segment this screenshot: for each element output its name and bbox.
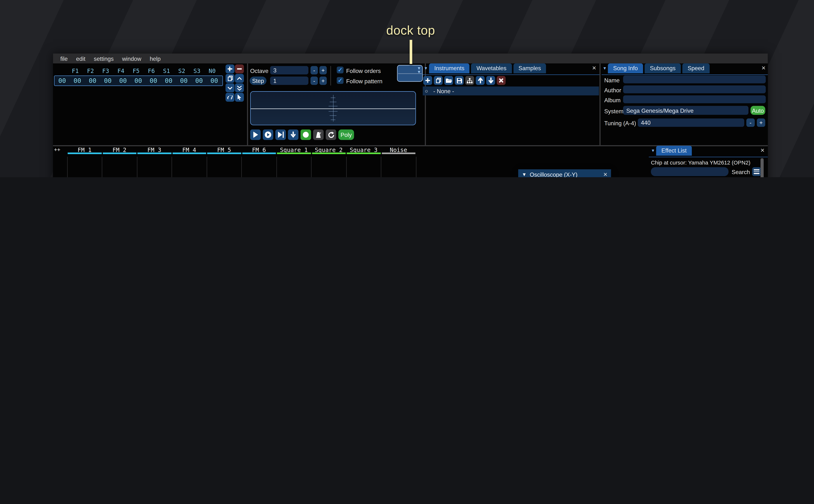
order-column-label[interactable]: F4: [113, 68, 129, 74]
close-icon[interactable]: ×: [762, 64, 766, 71]
record-button[interactable]: [300, 130, 311, 140]
order-column-label[interactable]: N0: [205, 68, 220, 74]
song-info-tab[interactable]: Subsongs: [645, 63, 681, 73]
order-column-label[interactable]: S1: [159, 68, 174, 74]
menu-item[interactable]: edit: [72, 55, 90, 62]
pattern-corner-button[interactable]: ++: [54, 147, 60, 153]
order-move-up-icon[interactable]: [235, 74, 244, 83]
channel-header[interactable]: FM 6: [241, 145, 276, 157]
name-input[interactable]: [623, 76, 766, 83]
channel-header[interactable]: Noise: [381, 145, 416, 157]
tuning-plus-button[interactable]: +: [757, 118, 765, 127]
instruments-tab[interactable]: Instruments: [429, 63, 470, 73]
system-input[interactable]: Sega Genesis/Mega Drive: [623, 106, 748, 115]
order-column-label[interactable]: F5: [128, 68, 144, 74]
follow-orders-checkbox[interactable]: ✓: [337, 67, 343, 73]
metronome-button[interactable]: [313, 130, 324, 140]
order-cell[interactable]: 00: [207, 77, 222, 84]
effect-list-scrollbar-thumb[interactable]: [761, 158, 764, 177]
poly-button[interactable]: Poly: [338, 130, 354, 140]
channel-header[interactable]: FM 1: [67, 145, 102, 157]
song-info-tab[interactable]: Song Info: [608, 63, 643, 73]
order-cell[interactable]: 00: [161, 77, 176, 84]
channel-header[interactable]: FM 2: [102, 145, 137, 157]
instrument-duplicate-icon[interactable]: [434, 76, 443, 85]
effect-list-tab[interactable]: Effect List: [656, 146, 692, 156]
instrument-down-icon[interactable]: [486, 76, 495, 85]
order-row-selected[interactable]: 0000000000000000000000: [54, 76, 223, 86]
order-cell[interactable]: 00: [176, 77, 191, 84]
menu-item[interactable]: settings: [90, 55, 118, 62]
instrument-up-icon[interactable]: [476, 76, 485, 85]
order-column-label[interactable]: F3: [98, 68, 113, 74]
octave-input[interactable]: 3: [270, 66, 308, 75]
step-minus-button[interactable]: -: [310, 76, 318, 85]
step-chip[interactable]: Step: [249, 76, 266, 85]
close-icon[interactable]: ×: [592, 64, 596, 71]
close-icon[interactable]: ×: [603, 171, 607, 177]
order-cell[interactable]: 00: [191, 77, 207, 84]
author-input[interactable]: [623, 85, 766, 93]
instrument-selected-row[interactable]: ○ - None -: [423, 86, 599, 95]
channel-header[interactable]: Square 2: [311, 145, 346, 157]
channel-header[interactable]: FM 4: [172, 145, 207, 157]
collapse-icon[interactable]: ▼: [424, 66, 428, 71]
channel-header[interactable]: Square 3: [346, 145, 381, 157]
instrument-open-icon[interactable]: [444, 76, 453, 85]
channel-header[interactable]: FM 5: [207, 145, 241, 157]
panel-divider[interactable]: [247, 63, 248, 145]
order-cell[interactable]: 00: [100, 77, 115, 84]
step-input[interactable]: 1: [270, 76, 308, 85]
order-column-label[interactable]: F6: [144, 68, 159, 74]
tuning-input[interactable]: 440: [638, 118, 744, 127]
order-add-button[interactable]: [226, 64, 234, 73]
instrument-add-icon[interactable]: [423, 76, 432, 85]
panel-divider[interactable]: [600, 63, 601, 145]
order-cell[interactable]: 00: [115, 77, 131, 84]
menu-item[interactable]: help: [145, 55, 165, 62]
octave-minus-button[interactable]: -: [310, 66, 318, 75]
order-remove-button[interactable]: [235, 64, 244, 73]
follow-pattern-checkbox[interactable]: ✓: [337, 77, 343, 84]
step-plus-button[interactable]: +: [319, 76, 327, 85]
step-row-button[interactable]: [288, 130, 298, 140]
order-column-label[interactable]: F1: [68, 68, 83, 74]
instruments-tab[interactable]: Samples: [513, 63, 546, 73]
collapse-icon[interactable]: ▼: [603, 66, 607, 71]
search-menu-button[interactable]: [752, 167, 761, 176]
order-cell[interactable]: 00: [85, 77, 100, 84]
order-column-label[interactable]: S3: [189, 68, 205, 74]
play-button[interactable]: [250, 130, 261, 140]
order-column-label[interactable]: F2: [83, 68, 98, 74]
order-cell[interactable]: 00: [146, 77, 161, 84]
panel-divider[interactable]: [425, 63, 426, 145]
play-row-button[interactable]: [275, 130, 286, 140]
instrument-tree-icon[interactable]: [465, 76, 474, 85]
album-input[interactable]: [623, 95, 766, 103]
instrument-delete-icon[interactable]: [497, 76, 506, 85]
order-cell[interactable]: 00: [70, 77, 85, 84]
menu-item[interactable]: file: [56, 55, 72, 62]
song-info-tab[interactable]: Speed: [682, 63, 710, 73]
collapse-icon[interactable]: ▼▼: [417, 67, 421, 74]
order-cell[interactable]: 00: [131, 77, 146, 84]
collapse-icon[interactable]: ▼: [522, 172, 527, 177]
channel-header[interactable]: FM 3: [137, 145, 172, 157]
order-duplicate-end-icon[interactable]: [235, 83, 244, 92]
oscilloscope-xy-window[interactable]: ▼ Oscilloscope (X-Y) ×: [518, 169, 611, 177]
system-auto-button[interactable]: Auto: [751, 106, 765, 115]
channel-header[interactable]: Square 1: [276, 145, 311, 157]
order-column-label[interactable]: S2: [174, 68, 189, 74]
order-cursor-icon[interactable]: [235, 93, 244, 102]
close-icon[interactable]: ×: [761, 147, 765, 154]
oscilloscope-titlebar[interactable]: ▼ Oscilloscope (X-Y) ×: [518, 169, 611, 177]
play-pattern-button[interactable]: [263, 130, 273, 140]
instrument-save-icon[interactable]: [455, 76, 464, 85]
effect-search-input[interactable]: [651, 167, 729, 176]
order-cell[interactable]: 00: [55, 77, 70, 84]
tuning-minus-button[interactable]: -: [746, 118, 755, 127]
instruments-tab[interactable]: Wavetables: [471, 63, 512, 73]
repeat-button[interactable]: [326, 130, 336, 140]
order-move-down-icon[interactable]: [226, 83, 234, 92]
octave-plus-button[interactable]: +: [319, 66, 327, 75]
